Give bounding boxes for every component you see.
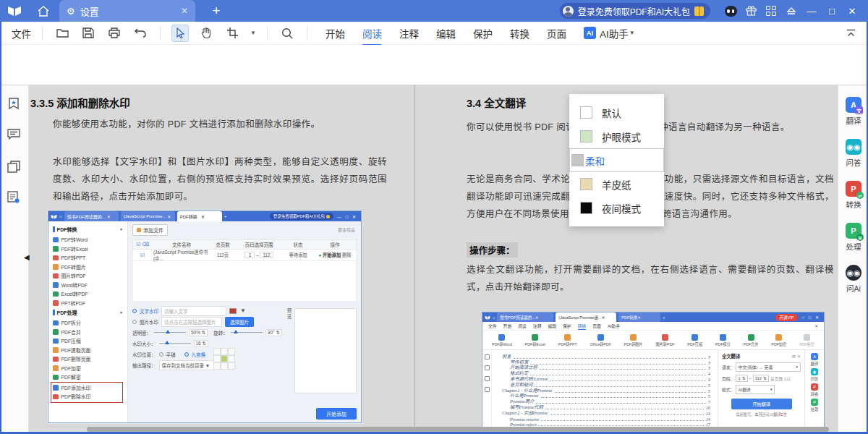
gift-icon <box>694 7 704 16</box>
app-logo-icon <box>0 5 29 17</box>
view-toolbar: − 67% ▼ + ↑ 18/22 ↓ ▼ 旋转 双页▼ 连续阅读 当前比例▼ <box>0 45 868 85</box>
pdf-page-left: 3.3.5 添加和删除水印 你能够使用本功能，对你的 PDF 文档进行添加和删除… <box>29 85 414 434</box>
shot1-sidebar-item: PPT转PDF <box>53 299 123 308</box>
tab-page[interactable]: 页面 <box>547 26 566 41</box>
tab-convert[interactable]: 转换 <box>510 26 529 41</box>
login-promo-button[interactable]: 登录免费领取PDF和AI大礼包 <box>560 3 710 19</box>
shot1-sidebar-item: PDF解密 <box>53 373 123 382</box>
new-tab-button[interactable]: + <box>207 3 226 19</box>
shot1-sidebar-item: PDF转Excel <box>53 244 123 254</box>
shot1-table-body <box>132 261 357 302</box>
section-heading: 3.3.5 添加和删除水印 <box>30 95 130 110</box>
apps-grid-icon[interactable] <box>761 0 781 22</box>
tab-read[interactable]: 阅读 <box>362 26 382 41</box>
background-dropdown-menu: 默认 护眼模式 柔和 羊皮纸 夜间模式 <box>569 94 664 226</box>
tab-settings[interactable]: ⚙ 设置 ✕ <box>59 0 195 22</box>
ai-assistant-label: AI助手 <box>600 26 629 41</box>
divider <box>267 27 268 40</box>
open-folder-button[interactable] <box>54 25 71 42</box>
color-swatch <box>580 178 592 190</box>
ask-ai-tool[interactable]: ◉◉ 问Ai <box>838 265 868 294</box>
assistant-robot-icon[interactable] <box>720 0 741 22</box>
shot1-output-path-select: 保存到文档当前目录 ▼ <box>159 360 214 370</box>
search-button[interactable] <box>278 25 296 42</box>
shot1-sidebar-item: PDF拆分 <box>53 318 123 328</box>
paragraph: 水印能够选择【文字水印】和【图片水印】两种类型，能够自定义透明度、旋转度数、水印… <box>53 153 387 205</box>
divider <box>160 27 161 40</box>
tab-close-icon[interactable]: ✕ <box>181 6 188 16</box>
shot1-preview: 预览 <box>285 308 357 393</box>
process-tool[interactable]: P⊞ 处理 <box>838 223 868 252</box>
eject-icon[interactable] <box>781 0 801 22</box>
shot2-left-rail <box>482 350 492 434</box>
shot1-sidebar-item: 图片转PDF <box>53 271 123 281</box>
menu-item-night-mode[interactable]: 夜间模式 <box>569 196 664 220</box>
titlebar: P 悦书PDF软件使用指南.... ✕ ⚙ 设置 ✕ + 登录免费领取PDF和A… <box>0 0 868 22</box>
menu-item-default[interactable]: 默认 <box>569 101 664 124</box>
paragraph: 选择全文翻译功能，打开需要翻译的文档，在右侧选择语言、需要翻译的页数、翻译模式，… <box>467 261 834 296</box>
translate-tool[interactable]: A文 翻译 <box>838 97 868 126</box>
file-menu[interactable]: 文件 <box>12 26 31 41</box>
hand-tool-button[interactable] <box>197 25 215 42</box>
shot1-sidebar-item: Excel转PDF <box>53 289 123 299</box>
paragraph: 你能够使用本功能，对你的 PDF 文档进行添加和删除水印操作。 <box>53 116 387 133</box>
ai-assistant-menu[interactable]: AI AI助手 ▼ <box>584 26 635 41</box>
shot1-main: 添加文件 更多惊喜 ☑ ⌫ 文件名称 总页数 页码选择范围 状态 操作 ☑ <box>128 221 361 423</box>
print-button[interactable] <box>106 25 123 42</box>
horizontal-scrollbar[interactable] <box>87 427 829 432</box>
document-area: ◀ 3.3.5 添加和删除水印 你能够使用本功能，对你的 PDF 文档进行添加和… <box>0 85 868 434</box>
menu-item-parchment[interactable]: 羊皮纸 <box>569 172 664 196</box>
shot1-sidebar-item: PDF转图片 <box>53 263 123 272</box>
process-pdf-icon: P⊞ <box>846 223 861 239</box>
ribbon-tabs: 开始 阅读 注释 编辑 保护 转换 页面 <box>326 26 566 41</box>
shot1-text-input: 请输入文字 <box>161 306 226 316</box>
menubar: 文件 ▼ 开始 阅读 注释 <box>0 22 868 45</box>
ai-icon: AI <box>584 27 596 39</box>
shot1-convert-header: PDF转换▼ <box>53 226 123 233</box>
shot1-preview-box <box>294 308 357 393</box>
shot1-tab: 悦书PDF阅读器的... ✕ <box>64 211 119 221</box>
app-window: P 悦书PDF软件使用指南.... ✕ ⚙ 设置 ✕ + 登录免费领取PDF和A… <box>0 0 868 434</box>
shot1-sidebar-item-remove-watermark: PDF删除水印 <box>53 392 121 401</box>
shot1-sidebar-item: Word转PDF <box>53 281 123 290</box>
tab-annotate[interactable]: 注释 <box>399 26 419 41</box>
shot1-tab-active: PDF转换 ✕ <box>177 211 222 221</box>
menu-item-eye-protection[interactable]: 护眼模式 <box>569 124 664 148</box>
convert-pdf-icon: P⇄ <box>846 181 861 197</box>
shot2-tab-active: (JavaScript Promise迷... ✕ <box>556 312 616 322</box>
qa-tool[interactable]: ◉◉ 问答 <box>838 139 868 168</box>
collapse-toolbar-button[interactable] <box>846 29 856 38</box>
shot1-sidebar: PDF转换▼ PDF转Word PDF转Excel PDF转PPT PDF转图片… <box>48 221 128 423</box>
chevron-down-icon[interactable]: ▼ <box>250 30 256 36</box>
shot1-titlebar: ⌂ 悦书PDF阅读器的... ✕ (JavaScript Promise... … <box>48 211 361 221</box>
comments-panel-icon[interactable] <box>7 129 20 140</box>
select-tool-button[interactable] <box>171 25 189 42</box>
shot2-start-translate-button: 开始翻译 <box>731 399 792 409</box>
save-button[interactable] <box>80 25 97 42</box>
color-swatch <box>580 130 592 142</box>
gift-box-icon[interactable] <box>741 0 761 22</box>
gear-icon: ⚙ <box>67 6 75 17</box>
qa-robot-icon: ◉◉ <box>846 139 861 155</box>
shot1-window-controls: — □ ✕ <box>337 214 357 219</box>
crop-tool-button[interactable] <box>224 25 241 42</box>
shot2-toc: 前言3 写作初衷3 开始阅读之前3 格式约定4 本书源代码/License4 意… <box>492 350 718 434</box>
home-button[interactable] <box>29 0 58 22</box>
shot1-highlight-box: PDF添加水印 PDF删除水印 <box>51 382 123 403</box>
notes-panel-icon[interactable] <box>7 191 20 203</box>
close-button[interactable]: ✕ <box>842 0 862 22</box>
maximize-button[interactable]: □ <box>822 0 842 22</box>
convert-tool[interactable]: P⇄ 转换 <box>838 181 868 210</box>
tab-start[interactable]: 开始 <box>326 26 345 41</box>
menu-item-soft[interactable]: 柔和 <box>569 148 664 172</box>
thumbnails-panel-icon[interactable] <box>7 161 20 173</box>
undo-button[interactable] <box>132 25 149 42</box>
minimize-button[interactable]: — <box>801 0 822 22</box>
steps-label: 操作步骤： <box>467 242 518 258</box>
shot2-translate-panel: 全文翻译⊞ ✕ 语言：中文(简体) → 英语▼ 页码：1 ⇅–112 ⇅总页数 … <box>718 350 804 434</box>
shot1-start-button: 开始添加 <box>316 408 357 420</box>
tab-protect[interactable]: 保护 <box>473 26 493 41</box>
tab-edit[interactable]: 编辑 <box>436 26 456 41</box>
shot1-color-swatch <box>229 308 237 314</box>
bookmarks-panel-icon[interactable] <box>7 97 20 110</box>
